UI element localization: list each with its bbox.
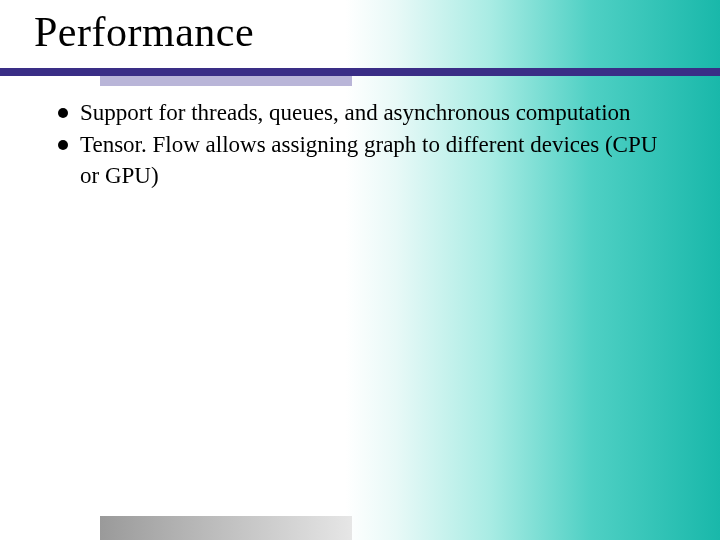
footer-bar bbox=[100, 516, 352, 540]
bullet-icon bbox=[58, 108, 68, 118]
list-item: Tensor. Flow allows assigning graph to d… bbox=[58, 130, 658, 191]
title-underline bbox=[0, 68, 720, 76]
bullet-icon bbox=[58, 140, 68, 150]
list-item: Support for threads, queues, and asynchr… bbox=[58, 98, 658, 128]
bullet-text: Tensor. Flow allows assigning graph to d… bbox=[80, 130, 658, 191]
slide: Performance Support for threads, queues,… bbox=[0, 0, 720, 540]
bullet-list: Support for threads, queues, and asynchr… bbox=[58, 98, 658, 193]
slide-title: Performance bbox=[34, 8, 254, 56]
title-underline-shadow bbox=[100, 76, 352, 86]
bullet-text: Support for threads, queues, and asynchr… bbox=[80, 98, 631, 128]
